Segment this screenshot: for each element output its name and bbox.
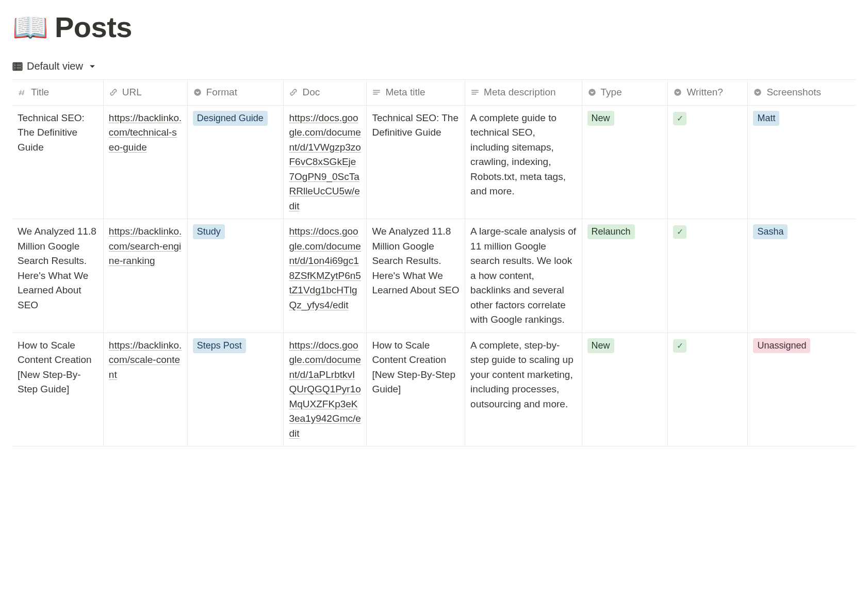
cell-doc[interactable]: https://docs.google.com/document/d/1on4i… [284,219,367,333]
cell-format[interactable]: Study [188,219,284,333]
svg-point-4 [194,89,201,96]
cell-title[interactable]: We Analyzed 11.8 Million Google Search R… [12,219,104,333]
cell-url[interactable]: https://backlinko.com/search-engine-rank… [104,219,188,333]
column-label: Format [206,85,237,100]
cell-written[interactable]: ✓ [668,333,748,446]
cell-title[interactable]: Technical SEO: The Definitive Guide [12,106,104,219]
cell-screenshots[interactable]: Matt [748,106,856,219]
text-property-icon [372,88,381,97]
column-label: Meta description [484,85,555,100]
page-title-block: 📖 Posts [12,10,856,44]
cell-format[interactable]: Designed Guide [188,106,284,219]
table-row[interactable]: We Analyzed 11.8 Million Google Search R… [12,219,856,333]
screenshots-tag: Matt [753,111,779,126]
cell-doc[interactable]: https://docs.google.com/document/d/1VWgz… [284,106,367,219]
screenshots-tag: Unassigned [753,338,810,353]
column-label: Written? [686,85,723,100]
column-header-meta-description[interactable]: Meta description [465,80,582,105]
column-label: URL [122,85,142,100]
select-property-icon [193,88,202,97]
select-property-icon [587,88,597,97]
url-link[interactable]: https://backlinko.com/search-engine-rank… [109,226,182,266]
cell-title[interactable]: How to Scale Content Creation [New Step-… [12,333,104,446]
cell-meta-description[interactable]: A large-scale analysis of 11 million Goo… [465,219,582,333]
cell-written[interactable]: ✓ [668,106,748,219]
select-property-icon [753,88,762,97]
page-title[interactable]: Posts [55,10,132,44]
format-tag: Designed Guide [193,111,268,126]
cell-type[interactable]: New [582,106,668,219]
column-label: Type [601,85,622,100]
column-label: Doc [302,85,320,100]
check-icon: ✓ [673,112,686,125]
link-property-icon [109,88,118,97]
column-header-type[interactable]: Type [582,80,668,105]
doc-link[interactable]: https://docs.google.com/document/d/1on4i… [289,226,361,310]
type-tag: New [587,338,614,353]
cell-written[interactable]: ✓ [668,219,748,333]
page-emoji-icon[interactable]: 📖 [12,13,48,42]
column-header-format[interactable]: Format [188,80,284,105]
column-label: Meta title [385,85,425,100]
column-header-meta-title[interactable]: Meta title [367,80,465,105]
cell-screenshots[interactable]: Sasha [748,219,856,333]
cell-meta-title[interactable]: We Analyzed 11.8 Million Google Search R… [367,219,465,333]
url-link[interactable]: https://backlinko.com/scale-content [109,340,182,380]
database-table: Title URL Format Doc Meta title Meta des… [12,79,856,446]
column-label: Screenshots [766,85,821,100]
column-label: Title [31,85,49,100]
cell-type[interactable]: New [582,333,668,446]
screenshots-tag: Sasha [753,224,788,239]
cell-meta-description[interactable]: A complete, step-by-step guide to scalin… [465,333,582,446]
format-tag: Study [193,224,225,239]
table-view-icon [12,61,23,72]
type-tag: Relaunch [587,224,635,239]
check-icon: ✓ [673,339,686,353]
cell-url[interactable]: https://backlinko.com/scale-content [104,333,188,446]
url-link[interactable]: https://backlinko.com/technical-seo-guid… [109,112,182,153]
doc-link[interactable]: https://docs.google.com/document/d/1aPLr… [289,340,361,439]
select-property-icon [673,88,682,97]
view-label: Default view [27,60,83,72]
column-header-url[interactable]: URL [104,80,188,105]
cell-meta-title[interactable]: Technical SEO: The Definitive Guide [367,106,465,219]
format-tag: Steps Post [193,338,246,353]
type-tag: New [587,111,614,126]
column-header-title[interactable]: Title [12,80,104,105]
cell-format[interactable]: Steps Post [188,333,284,446]
cell-type[interactable]: Relaunch [582,219,668,333]
link-property-icon [289,88,298,97]
view-switcher[interactable]: Default view [12,60,97,72]
column-header-written[interactable]: Written? [668,80,748,105]
doc-link[interactable]: https://docs.google.com/document/d/1VWgz… [289,112,361,211]
cell-url[interactable]: https://backlinko.com/technical-seo-guid… [104,106,188,219]
chevron-down-icon [87,61,97,72]
cell-screenshots[interactable]: Unassigned [748,333,856,446]
text-property-icon [470,88,480,97]
cell-meta-title[interactable]: How to Scale Content Creation [New Step-… [367,333,465,446]
svg-point-6 [675,89,682,96]
column-header-doc[interactable]: Doc [284,80,367,105]
cell-meta-description[interactable]: A complete guide to technical SEO, inclu… [465,106,582,219]
check-icon: ✓ [673,225,686,239]
svg-point-5 [588,89,596,96]
table-row[interactable]: Technical SEO: The Definitive Guidehttps… [12,106,856,220]
title-property-icon [18,88,27,97]
table-header-row: Title URL Format Doc Meta title Meta des… [12,80,856,106]
column-header-screenshots[interactable]: Screenshots [748,80,856,105]
svg-point-7 [755,89,762,96]
table-row[interactable]: How to Scale Content Creation [New Step-… [12,333,856,447]
cell-doc[interactable]: https://docs.google.com/document/d/1aPLr… [284,333,367,446]
